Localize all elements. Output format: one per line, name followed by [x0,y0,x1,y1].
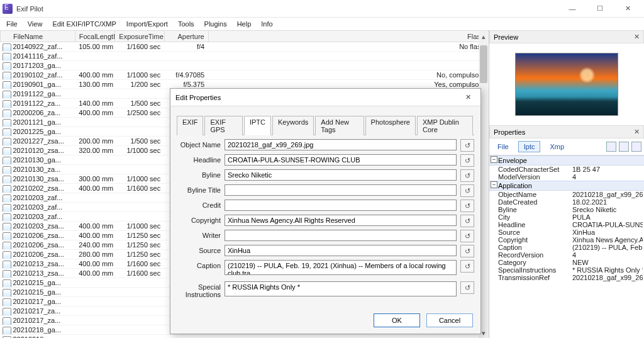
field-input[interactable] [225,139,457,150]
ok-button[interactable]: OK [374,313,420,327]
property-value: 4 [572,251,643,259]
menu-file[interactable]: File [3,19,21,29]
column-header[interactable]: ExposureTime [115,31,164,42]
revert-button[interactable] [460,200,474,212]
menu-import[interactable]: Import/Export [123,19,172,29]
property-row[interactable]: CopyrightXinhua News Agency.All ... [489,236,644,244]
column-header[interactable]: Flash [208,31,488,42]
property-category[interactable]: Application [489,181,644,191]
property-row[interactable]: HeadlineCROATIA-PULA-SUNSE... [489,221,644,228]
data-cell [75,335,115,339]
data-cell: 400.00 mm [75,231,115,240]
dialog-tab[interactable]: Keywords [272,116,314,135]
revert-button[interactable] [460,184,474,197]
menu-plugins[interactable]: Plugins [201,19,231,29]
field-input[interactable] [225,245,457,256]
properties-tool-grid-icon[interactable] [606,142,616,152]
scroll-thumb[interactable] [480,45,487,83]
cancel-button[interactable]: Cancel [426,313,473,327]
properties-tab-iptc[interactable]: Iptc [518,141,541,152]
field-input[interactable] [225,230,457,241]
form-row: Source [177,245,474,257]
table-row[interactable]: 20190102_zaf...400.00 mm1/1000 secf/4.97… [1,70,489,80]
field-input[interactable] [225,215,457,226]
property-row[interactable]: ObjectName20210218_gaf_x99_269... [489,191,644,198]
table-row[interactable]: 20140922_zaf...105.00 mm1/1600 secf/4No … [1,42,489,52]
property-key: SpecialInstructions [498,266,572,274]
scroll-up-icon[interactable]: ▴ [479,31,489,42]
data-cell: No flash [208,42,488,52]
dialog-tab[interactable]: EXIF GPS [204,116,243,135]
preview-close-icon[interactable]: ✕ [634,33,640,41]
property-row[interactable]: DateCreated18.02.2021 [489,198,644,206]
revert-button[interactable] [460,215,474,227]
window-minimize-button[interactable]: — [558,0,586,18]
dialog-close-icon[interactable]: ✕ [460,93,475,101]
menu-info[interactable]: Info [257,19,276,29]
dialog-tab[interactable]: Add New Tags [315,116,364,135]
property-row[interactable]: CodedCharacterSet1B 25 47 [489,166,644,173]
revert-button[interactable] [460,245,474,257]
data-cell: 400.00 mm [75,259,115,269]
field-input[interactable] [225,184,457,196]
property-row[interactable]: Caption(210219) -- PULA, Feb. 1... [489,244,644,251]
properties-tab-file[interactable]: File [492,141,514,152]
data-cell [75,307,115,316]
property-row[interactable]: ModelVersion4 [489,173,644,181]
column-header[interactable]: FocalLength [75,31,115,42]
menu-view[interactable]: View [24,19,47,29]
column-header[interactable]: Aperture [164,31,208,42]
form-row: Credit [177,200,474,212]
table-row[interactable]: 20141116_zaf... [1,52,489,61]
window-maximize-button[interactable]: ☐ [586,0,614,18]
app-icon [3,4,13,14]
properties-tool-list-icon[interactable] [631,142,641,152]
data-cell: 130.00 mm [75,80,115,89]
table-row[interactable]: 20210218_ga... [1,335,489,339]
properties-close-icon[interactable]: ✕ [634,128,640,136]
property-row[interactable]: TransmissionRef20210218_gaf_x99_269... [489,274,644,281]
field-input[interactable]: * RUSSIA Rights Only * [225,281,457,296]
property-row[interactable]: CityPULA [489,213,644,221]
data-cell [115,118,164,127]
dialog-tab[interactable]: Photosphere [365,116,416,135]
dialog-tab[interactable]: XMP Dublin Core [417,116,473,135]
data-cell [75,118,115,127]
field-input[interactable] [225,169,457,181]
properties-tab-xmp[interactable]: Xmp [544,141,570,152]
dialog-titlebar[interactable]: Edit Properties ✕ [170,89,480,106]
revert-button[interactable] [460,154,474,167]
field-input[interactable]: (210219) -- PULA, Feb. 19, 2021 (Xinhua)… [225,260,457,275]
property-category[interactable]: Envelope [489,155,644,166]
dialog-tab[interactable]: IPTC [244,116,271,135]
menu-help[interactable]: Help [233,19,255,29]
data-cell: 140.00 mm [75,99,115,108]
revert-button[interactable] [460,230,474,242]
property-row[interactable]: CategoryNEW [489,259,644,266]
property-row[interactable]: RecordVersion4 [489,251,644,259]
field-input[interactable] [225,154,457,166]
property-row[interactable]: SpecialInstructions* RUSSIA Rights Only … [489,266,644,274]
properties-tool-dot-icon[interactable] [619,142,629,152]
revert-button[interactable] [460,169,474,182]
preview-thumbnail[interactable] [515,53,618,116]
properties-tree[interactable]: EnvelopeCodedCharacterSet1B 25 47ModelVe… [489,155,644,338]
revert-button[interactable] [460,139,474,152]
revert-button[interactable] [460,281,474,294]
property-row[interactable]: SourceXinHua [489,228,644,236]
menu-edit[interactable]: Edit EXIF/IPTC/XMP [48,19,119,29]
field-input[interactable] [225,200,457,211]
preview-panel-header: Preview ✕ [489,30,644,43]
file-name-cell: 20141116_zaf... [1,52,75,61]
revert-button[interactable] [460,260,474,273]
table-row[interactable]: 20171203_ga... [1,61,489,70]
data-cell [164,335,208,339]
property-row[interactable]: BylineSrecko Niketic [489,206,644,213]
menu-tools[interactable]: Tools [174,19,198,29]
property-key: ObjectName [498,191,572,198]
window-close-button[interactable]: ✕ [614,0,641,18]
column-header[interactable]: FileName [1,31,75,42]
field-label: Credit [177,200,225,209]
data-cell: 280.00 mm [75,250,115,259]
dialog-tab[interactable]: EXIF [177,116,203,135]
